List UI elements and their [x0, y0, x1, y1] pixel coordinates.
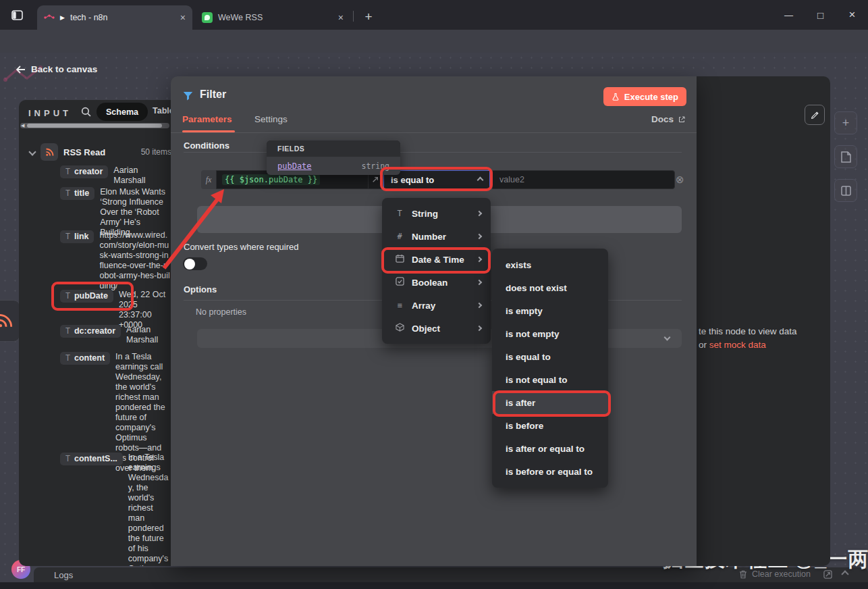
chevron-down-icon[interactable]	[28, 148, 36, 155]
convert-types-label: Convert types where required	[184, 242, 299, 252]
field-value: https://www.wired.com/story/elon-musk-wa…	[99, 230, 171, 291]
horizontal-scrollbar[interactable]: ◀	[20, 123, 169, 128]
submenu-item-is-after[interactable]: is after	[492, 391, 608, 414]
bottom-strip	[0, 582, 868, 589]
input-panel-title: INPUT	[28, 108, 72, 118]
fields-dropdown: FIELDS pubDate string	[267, 140, 400, 175]
calendar-icon	[394, 254, 406, 265]
field-value: Aarian Marshall	[113, 165, 171, 186]
menu-item-boolean[interactable]: Boolean	[382, 271, 491, 294]
right-value-input[interactable]: value2	[492, 170, 675, 189]
field-value: Wed, 22 Oct 2025 23:37:00 +0000	[119, 290, 171, 330]
tab-wewe-rss[interactable]: WeWe RSS ×	[195, 5, 350, 30]
rss-icon	[0, 312, 14, 330]
string-type-icon: T	[65, 291, 70, 301]
rss-icon	[45, 147, 55, 157]
tab-audio-icon[interactable]: ▶	[60, 14, 65, 21]
menu-item-array[interactable]: ≡ Array	[382, 294, 491, 317]
chevron-down-icon	[664, 334, 671, 341]
submenu-item-is-equal-to[interactable]: is equal to	[492, 345, 608, 368]
conditions-label: Conditions	[184, 140, 229, 151]
header-divider	[171, 132, 697, 133]
back-to-canvas-link[interactable]: Back to canvas	[16, 64, 97, 74]
expression-text: {{ $json.pubDate }}	[222, 174, 320, 185]
back-arrow-icon	[16, 66, 26, 74]
edit-output-button[interactable]	[805, 105, 825, 125]
string-type-icon: T	[65, 326, 70, 336]
rss-node-chip	[40, 143, 58, 161]
submenu-item-is-before[interactable]: is before	[492, 414, 608, 437]
screen: ▶ tech - n8n × WeWe RSS × + — □ × i loca…	[0, 0, 868, 589]
docs-link[interactable]: Docs	[651, 114, 686, 124]
fields-dropdown-header: FIELDS	[267, 140, 400, 157]
field-row-creator[interactable]: Tcreator Aarian Marshall	[60, 165, 171, 186]
columns-icon	[841, 186, 851, 196]
string-type-icon: T	[394, 209, 406, 218]
workspaces-icon[interactable]	[8, 7, 26, 23]
execute-step-button[interactable]: Execute step	[603, 87, 686, 106]
cube-icon	[394, 323, 406, 334]
tab-schema[interactable]: Schema	[97, 103, 148, 121]
menu-item-object[interactable]: Object	[382, 317, 491, 340]
field-row-dc-creator[interactable]: Tdc:creator Aarian Marshall	[60, 325, 171, 345]
panel-title: Filter	[200, 88, 226, 101]
submenu-item-is-not-equal-to[interactable]: is not equal to	[492, 368, 608, 391]
list-icon: ≡	[394, 301, 406, 310]
string-type-icon: T	[65, 188, 70, 198]
tab-tech-n8n[interactable]: ▶ tech - n8n ×	[37, 5, 192, 30]
operator-value: is equal to	[391, 175, 434, 185]
string-type-icon: T	[65, 454, 70, 463]
pencil-icon	[811, 111, 819, 120]
browser-toolbar: i localhost:5679/workflow/72RoUZftlePXE4…	[0, 30, 868, 53]
submenu-item-exists[interactable]: exists	[492, 253, 608, 276]
field-row-contentsnippet[interactable]: TcontentS... In a Tesla earnings Wednesd…	[60, 453, 171, 566]
close-button[interactable]: ×	[836, 0, 868, 30]
tab-settings[interactable]: Settings	[254, 114, 288, 124]
output-panel: te this node to view data or set mock da…	[697, 76, 830, 566]
options-label: Options	[184, 284, 217, 294]
menu-item-string[interactable]: T String	[382, 202, 491, 225]
string-type-icon: T	[65, 232, 70, 241]
submenu-item-is-before-or-equal-to[interactable]: is before or equal to	[492, 460, 608, 483]
tab-close-icon[interactable]: ×	[338, 13, 344, 22]
minimize-button[interactable]: —	[773, 0, 805, 30]
data-type-menu: T String # Number Date & Time Boolean ≡ …	[382, 198, 491, 344]
canvas-sticky-note-button[interactable]	[834, 145, 857, 168]
canvas-add-button[interactable]: +	[834, 111, 857, 134]
submenu-item-is-empty[interactable]: is empty	[492, 299, 608, 322]
filter-funnel-icon	[182, 90, 194, 102]
tab-separator	[353, 11, 354, 22]
maximize-button[interactable]: □	[805, 0, 836, 30]
tab-close-icon[interactable]: ×	[180, 13, 186, 22]
set-mock-data-link[interactable]: set mock data	[709, 340, 766, 350]
field-row-link[interactable]: Tlink https://www.wired.com/story/elon-m…	[60, 230, 171, 291]
number-type-icon: #	[394, 232, 406, 241]
external-link-icon	[678, 116, 686, 124]
tab-title: WeWe RSS	[218, 13, 263, 22]
submenu-item-does-not-exist[interactable]: does not exist	[492, 276, 608, 299]
wewe-favicon	[202, 12, 213, 23]
conditions-divider	[184, 152, 682, 153]
rss-read-node-row[interactable]: RSS Read 50 items	[30, 143, 171, 161]
browser-titlebar: ▶ tech - n8n × WeWe RSS × + — □ ×	[0, 0, 868, 30]
tab-parameters[interactable]: Parameters	[182, 114, 232, 124]
submenu-item-is-not-empty[interactable]: is not empty	[492, 322, 608, 345]
convert-types-toggle[interactable]	[183, 257, 207, 270]
node-item-count: 50 items	[141, 147, 171, 157]
string-type-icon: T	[65, 167, 70, 176]
new-tab-button[interactable]: +	[360, 8, 377, 26]
tab-table[interactable]: Table	[153, 106, 171, 116]
field-value: In a Tesla earnings Wednesday, the world…	[128, 453, 171, 566]
remove-condition-icon[interactable]: ⊗	[676, 174, 684, 184]
fields-dropdown-item-pubdate[interactable]: pubDate string	[267, 157, 400, 175]
menu-item-number[interactable]: # Number	[382, 225, 491, 248]
no-properties-text: No properties	[196, 307, 246, 317]
field-row-pubdate[interactable]: TpubDate Wed, 22 Oct 2025 23:37:00 +0000	[60, 290, 171, 330]
submenu-item-is-after-or-equal-to[interactable]: is after or equal to	[492, 437, 608, 460]
menu-item-date-time[interactable]: Date & Time	[382, 248, 491, 271]
rss-node-on-canvas[interactable]	[0, 300, 20, 342]
input-search-icon[interactable]	[81, 107, 91, 117]
flask-icon	[612, 93, 620, 101]
canvas-layout-button[interactable]	[834, 179, 857, 202]
chevron-up-icon	[477, 176, 484, 183]
